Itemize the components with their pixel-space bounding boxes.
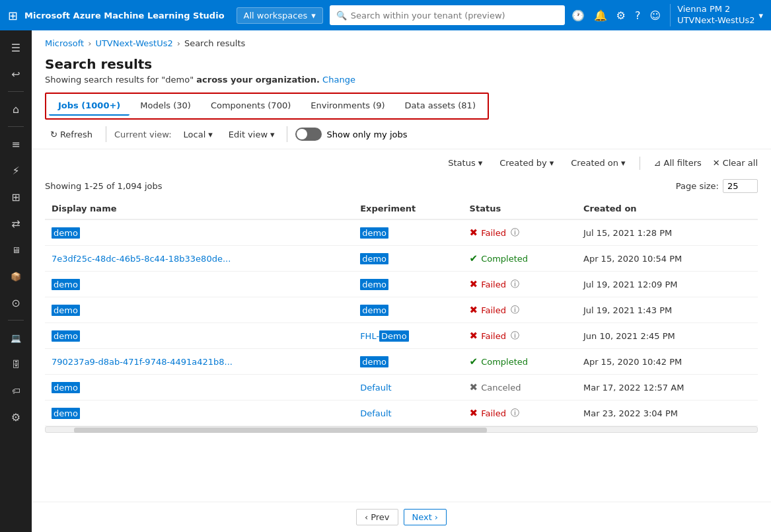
cell-display-name[interactable]: demo [45,400,353,426]
face-icon[interactable]: ☺ [649,9,661,22]
sidebar-icon-models[interactable]: 📦 [4,264,28,288]
tab-data-assets[interactable]: Data assets (81) [396,96,485,116]
display-name-link[interactable]: 790237a9-d8ab-471f-9748-4491a421b8... [52,357,233,367]
cell-created-on: Apr 15, 2020 10:54 PM [577,246,758,272]
cell-display-name[interactable]: demo [45,323,353,349]
sidebar-icon-compute[interactable]: 💻 [4,326,28,350]
search-input[interactable] [351,11,558,20]
cell-experiment[interactable]: Default [353,375,462,400]
funnel-icon: ⊿ [654,158,661,168]
highlighted-name[interactable]: demo [52,305,80,316]
experiment-link[interactable]: FHL-Demo [360,330,409,342]
sidebar-icon-components[interactable]: ⊞ [4,185,28,209]
highlighted-name[interactable]: demo [52,227,80,239]
sidebar-icon-pipelines[interactable]: ⇄ [4,211,28,235]
sidebar-icon-labeling[interactable]: 🏷 [4,379,28,402]
local-chevron-icon: ▾ [208,130,213,139]
cell-experiment[interactable]: demo [353,246,462,272]
global-search-box[interactable]: 🔍 [330,5,565,25]
sidebar-icon-environments[interactable]: 🖥 [4,238,28,262]
refresh-button[interactable]: ↻ Refresh [45,127,98,142]
cell-display-name[interactable]: demo [45,297,353,323]
toggle-switch[interactable] [295,128,322,141]
status-badge: ✖Failedⓘ [470,407,570,419]
hscroll-thumb[interactable] [74,428,487,433]
edit-view-select[interactable]: Edit view ▾ [225,127,279,142]
highlighted-experiment[interactable]: demo [360,253,388,264]
status-badge: ✖Failedⓘ [470,227,570,239]
sidebar-icon-data[interactable]: ⚡ [4,159,28,182]
table-row: demodemo✖FailedⓘJul 19, 2021 12:09 PM [45,272,758,297]
tab-environments[interactable]: Environments (9) [301,96,394,116]
status-text: Completed [481,357,528,367]
clear-all-button[interactable]: ✕ Clear all [713,158,758,168]
created-on-filter-button[interactable]: Created on ▾ [565,155,631,171]
status-filter-button[interactable]: Status ▾ [442,155,488,171]
experiment-link[interactable]: Default [360,383,392,393]
highlighted-name[interactable]: demo [52,330,80,342]
breadcrumb-workspace[interactable]: UTVNext-WestUs2 [95,38,172,48]
cell-experiment[interactable]: demo [353,297,462,323]
highlighted-experiment[interactable]: demo [360,305,388,316]
display-name-link[interactable]: 7e3df25c-48dc-46b5-8c44-18b33e80de... [52,254,231,264]
col-display-name[interactable]: Display name [45,198,353,219]
clear-all-label: Clear all [723,158,758,168]
cell-experiment[interactable]: demo [353,272,462,297]
col-status[interactable]: Status [463,198,577,219]
highlighted-name[interactable]: demo [52,408,80,419]
highlighted-experiment[interactable]: demo [360,279,388,290]
show-my-jobs-toggle[interactable]: Show only my jobs [295,128,408,141]
tab-models[interactable]: Models (30) [131,96,200,116]
bell-icon[interactable]: 🔔 [594,9,607,22]
col-experiment[interactable]: Experiment [353,198,462,219]
help-icon[interactable]: ? [635,9,641,22]
highlighted-experiment[interactable]: demo [360,356,388,367]
cell-display-name[interactable]: 790237a9-d8ab-471f-9748-4491a421b8... [45,349,353,375]
highlighted-name[interactable]: demo [52,382,80,393]
tab-components[interactable]: Components (700) [202,96,300,116]
sidebar-icon-endpoints[interactable]: ⊙ [4,291,28,315]
cell-display-name[interactable]: 7e3df25c-48dc-46b5-8c44-18b33e80de... [45,246,353,272]
cell-experiment[interactable]: Default [353,400,462,426]
sidebar-icon-back[interactable]: ↩ [4,62,28,86]
col-created-on[interactable]: Created on [577,198,758,219]
tab-jobs[interactable]: Jobs (1000+) [49,96,129,116]
info-icon[interactable]: ⓘ [511,227,519,239]
created-by-filter-button[interactable]: Created by ▾ [494,155,560,171]
sidebar-icon-jobs[interactable]: ≡ [4,132,28,156]
info-icon[interactable]: ⓘ [511,304,519,316]
info-icon[interactable]: ⓘ [511,330,519,342]
cell-display-name[interactable]: demo [45,272,353,297]
info-icon[interactable]: ⓘ [511,407,519,419]
all-filters-button[interactable]: ⊿ All filters [648,155,708,171]
sidebar-icon-settings[interactable]: ⚙ [4,405,28,429]
hscroll-track[interactable] [45,426,758,433]
local-view-select[interactable]: Local ▾ [180,127,217,142]
prev-button[interactable]: ‹ Prev [356,509,398,525]
breadcrumb-current: Search results [184,38,245,48]
gear-icon[interactable]: ⚙ [616,9,626,22]
highlighted-experiment[interactable]: demo [360,227,388,239]
cell-experiment[interactable]: FHL-Demo [353,323,462,349]
sidebar-icon-home[interactable]: ⌂ [4,97,28,121]
cell-experiment[interactable]: demo [353,219,462,246]
workspace-selector[interactable]: All workspaces ▾ [237,7,323,24]
page-size-label: Page size: [676,181,719,191]
main-layout: ☰ ↩ ⌂ ≡ ⚡ ⊞ ⇄ 🖥 📦 ⊙ 💻 🗄 🏷 ⚙ Microsoft › … [0,30,771,532]
sidebar-icon-datasets[interactable]: 🗄 [4,352,28,376]
breadcrumb-microsoft[interactable]: Microsoft [45,38,84,48]
next-button[interactable]: Next › [404,509,447,525]
cell-display-name[interactable]: demo [45,219,353,246]
toolbar: ↻ Refresh Current view: Local ▾ Edit vie… [32,120,771,149]
results-count: Showing 1-25 of 1,094 jobs [45,181,163,191]
sidebar-icon-hamburger[interactable]: ☰ [4,36,28,59]
cell-display-name[interactable]: demo [45,375,353,400]
page-size-select[interactable]: 25 50 100 [723,179,758,193]
highlighted-name[interactable]: demo [52,279,80,290]
clock-icon[interactable]: 🕐 [571,9,585,22]
cell-experiment[interactable]: demo [353,349,462,375]
experiment-link[interactable]: Default [360,408,392,418]
change-link[interactable]: Change [322,75,355,85]
info-icon[interactable]: ⓘ [511,278,519,290]
user-section[interactable]: Vienna PM 2 UTVNext-WestUs2 ▾ [670,4,763,26]
